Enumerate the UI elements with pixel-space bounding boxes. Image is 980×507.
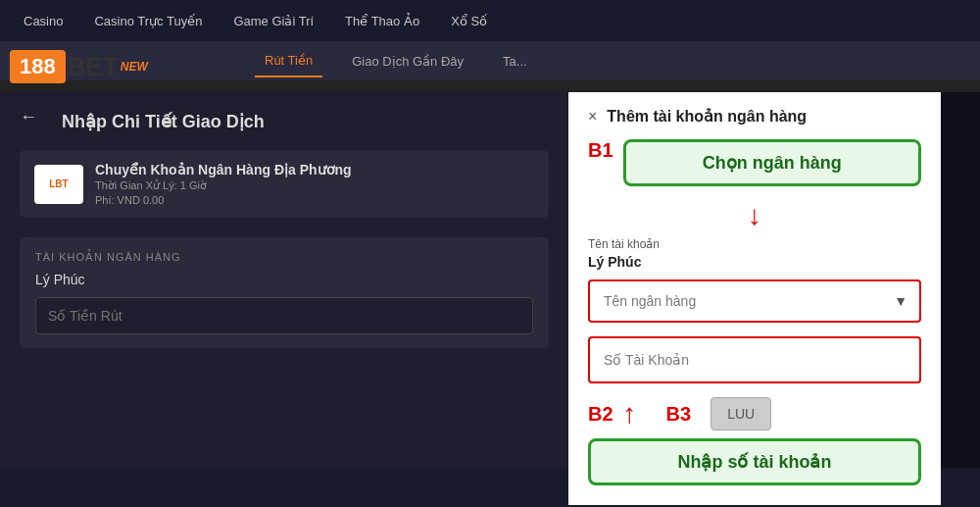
modal-close-button[interactable]: × xyxy=(588,108,597,126)
nav-casino[interactable]: Casino xyxy=(10,6,76,36)
bank-meta1: Thời Gian Xử Lý: 1 Giờ xyxy=(95,179,352,192)
nav-xo-so[interactable]: Xổ Số xyxy=(437,6,501,36)
left-panel: ← Nhập Chi Tiết Giao Dịch LBT Chuyển Kho… xyxy=(0,92,568,468)
step1-desc-text: Chọn ngân hàng xyxy=(703,153,842,173)
bank-select[interactable]: Tên ngân hàng xyxy=(588,279,921,323)
nav-casino-truc-tuyen[interactable]: Casino Trực Tuyến xyxy=(80,6,216,36)
step1-desc-box: Chọn ngân hàng xyxy=(623,139,921,186)
logo-area: Rút Tiền Giao Dịch Gần Đây Ta... 188 BET… xyxy=(0,41,980,92)
tab-giao-dich[interactable]: Giao Dịch Gần Đây xyxy=(342,46,473,76)
section-title: Nhập Chi Tiết Giao Dịch xyxy=(62,111,265,132)
nav-the-thao-ao[interactable]: Thể Thao Ảo xyxy=(331,6,433,36)
bank-icon: LBT xyxy=(34,165,83,204)
bank-name: Chuyển Khoản Ngân Hàng Địa Phương xyxy=(95,162,352,177)
add-bank-modal: × Thêm tài khoản ngân hàng B1 Chọn ngân … xyxy=(568,92,941,505)
step3-label: B3 xyxy=(666,403,692,426)
modal-title: Thêm tài khoản ngân hàng xyxy=(607,107,807,126)
logo-new: NEW xyxy=(121,60,148,74)
form-section: TÀI KHOẢN NGÂN HÀNG Lý Phúc xyxy=(20,237,549,348)
form-label-header: TÀI KHOẢN NGÂN HÀNG xyxy=(35,251,533,264)
main-container: ← Nhập Chi Tiết Giao Dịch LBT Chuyển Kho… xyxy=(0,92,980,468)
step1-label: B1 xyxy=(588,139,613,162)
bank-card[interactable]: LBT Chuyển Khoản Ngân Hàng Địa Phương Th… xyxy=(20,150,549,218)
arrow-down-icon: ↓ xyxy=(588,200,921,231)
right-panel: × Thêm tài khoản ngân hàng B1 Chọn ngân … xyxy=(568,92,980,468)
nav-game-giai-tri[interactable]: Game Giải Trí xyxy=(220,6,327,36)
tab-rut-tien[interactable]: Rút Tiền xyxy=(255,45,322,77)
top-navigation: Casino Casino Trực Tuyến Game Giải Trí T… xyxy=(0,0,980,41)
form-account-value: Lý Phúc xyxy=(35,272,533,287)
field-value: Lý Phúc xyxy=(588,254,921,270)
tab-ta[interactable]: Ta... xyxy=(493,46,537,76)
bank-info: Chuyển Khoản Ngân Hàng Địa Phương Thời G… xyxy=(95,162,352,206)
logo-bet: BET xyxy=(68,52,119,82)
arrow-up-icon: ↑ xyxy=(623,398,637,430)
bank-select-wrapper[interactable]: Tên ngân hàng ▼ xyxy=(588,279,921,323)
modal-header: × Thêm tài khoản ngân hàng xyxy=(588,107,921,126)
logo-188: 188 xyxy=(10,50,66,83)
step-bottom-desc-text: Nhập số tài khoản xyxy=(677,452,831,472)
step-bottom-desc-box: Nhập số tài khoản xyxy=(588,438,921,485)
step2-label: B2 xyxy=(588,403,613,426)
account-input-wrapper[interactable] xyxy=(588,336,921,383)
amount-input[interactable] xyxy=(35,297,533,334)
back-button[interactable]: ← xyxy=(20,107,37,127)
b2b3-row: B2 ↑ B3 LUU xyxy=(588,397,921,431)
save-button[interactable]: LUU xyxy=(710,397,771,431)
field-label: Tên tài khoản xyxy=(588,237,921,251)
account-number-input[interactable] xyxy=(588,336,921,383)
bank-meta2: Phí: VND 0.00 xyxy=(95,194,352,206)
